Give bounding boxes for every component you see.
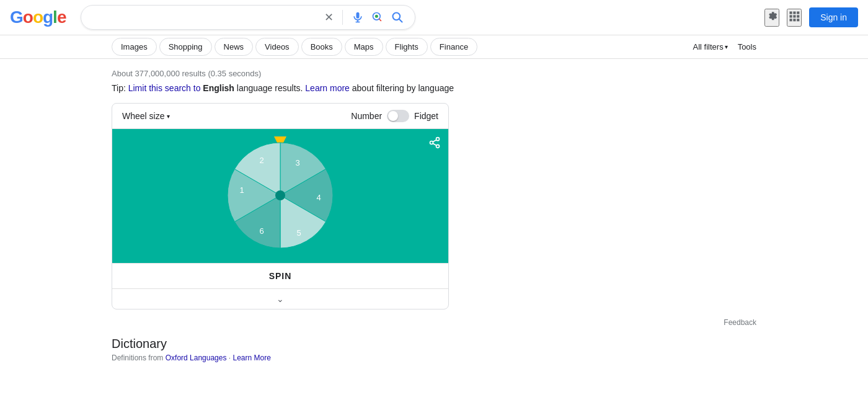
- svg-rect-15: [797, 19, 799, 21]
- search-divider: [342, 10, 343, 25]
- tip-suffix: about filtering by language: [352, 83, 454, 93]
- wheel-size-label: Wheel size: [122, 111, 164, 121]
- tip-learn-more-link[interactable]: Learn more: [305, 83, 350, 93]
- svg-point-17: [430, 141, 433, 145]
- svg-point-16: [436, 138, 440, 141]
- filter-tools: All filters ▾ Tools: [693, 42, 756, 51]
- toggle-knob: [388, 111, 398, 121]
- voice-search-button[interactable]: [350, 10, 365, 25]
- svg-line-19: [433, 143, 436, 145]
- nav-finance[interactable]: Finance: [430, 38, 477, 56]
- svg-rect-12: [797, 15, 799, 17]
- fidget-label: Fidget: [414, 111, 438, 121]
- tip-row: Tip: Limit this search to English langua…: [112, 83, 756, 93]
- main-content: About 377,000,000 results (0.35 seconds)…: [0, 59, 868, 367]
- nav-videos[interactable]: Videos: [255, 38, 299, 56]
- nav-books[interactable]: Books: [301, 38, 342, 56]
- svg-rect-0: [356, 12, 360, 19]
- nav-bar: Images Shopping News Videos Books Maps F…: [0, 35, 868, 59]
- svg-rect-9: [797, 11, 799, 14]
- segment-label-1: 1: [239, 185, 244, 195]
- google-logo: Google: [10, 7, 66, 27]
- spinner-canvas-area[interactable]: 3 4 5 6 1 2: [112, 129, 448, 263]
- segment-label-4: 4: [316, 193, 321, 202]
- search-icon: [391, 11, 404, 24]
- expand-chevron-icon: ⌄: [277, 294, 284, 304]
- lens-search-button[interactable]: [370, 10, 385, 25]
- svg-point-18: [436, 145, 440, 148]
- oxford-languages-link[interactable]: Oxford Languages: [166, 354, 227, 362]
- share-icon[interactable]: [428, 136, 441, 152]
- spinner-svg-container[interactable]: 3 4 5 6 1 2: [224, 140, 336, 253]
- feedback-row[interactable]: Feedback: [112, 317, 756, 332]
- sign-in-button[interactable]: Sign in: [809, 7, 858, 27]
- search-bar: Spinner ✕: [81, 5, 415, 30]
- svg-line-6: [399, 19, 402, 22]
- tip-limit-link[interactable]: Limit this search to: [128, 83, 201, 93]
- svg-rect-11: [794, 15, 796, 17]
- wheel-size-button[interactable]: Wheel size ▾: [122, 111, 170, 121]
- apps-button[interactable]: [787, 9, 802, 27]
- result-stats: About 377,000,000 results (0.35 seconds): [112, 69, 756, 78]
- wheel-size-chevron-icon: ▾: [167, 113, 170, 120]
- number-label: Number: [351, 111, 382, 121]
- tip-prefix: Tip:: [112, 83, 126, 93]
- tip-language: English: [203, 83, 234, 93]
- tip-spacer3: language results.: [237, 83, 306, 93]
- svg-rect-10: [790, 15, 792, 17]
- gear-icon: [766, 10, 778, 22]
- chevron-down-icon: ▾: [725, 43, 728, 50]
- header-right: Sign in: [764, 7, 858, 27]
- spinner-controls: Wheel size ▾ Number Fidget: [112, 104, 448, 129]
- svg-rect-13: [790, 19, 792, 21]
- search-submit-button[interactable]: [390, 10, 405, 25]
- segment-label-3: 3: [295, 158, 299, 167]
- spinner-center: [275, 190, 285, 200]
- spinner-type-group: Number Fidget: [351, 110, 438, 122]
- segment-label-6: 6: [259, 226, 264, 236]
- spin-button-row[interactable]: SPIN: [112, 263, 448, 288]
- spin-button[interactable]: SPIN: [269, 271, 292, 281]
- dict-source-text: Definitions from: [112, 354, 163, 362]
- search-input[interactable]: Spinner: [91, 12, 318, 23]
- svg-rect-14: [794, 19, 796, 21]
- settings-button[interactable]: [764, 9, 779, 27]
- svg-rect-7: [790, 11, 792, 14]
- expand-row[interactable]: ⌄: [112, 288, 448, 309]
- svg-rect-8: [794, 11, 796, 14]
- lens-icon: [371, 11, 384, 24]
- mic-icon: [352, 11, 364, 24]
- svg-line-20: [433, 140, 436, 141]
- feedback-label[interactable]: Feedback: [724, 318, 756, 327]
- header: Google Spinner ✕: [0, 0, 868, 35]
- dictionary-section: Dictionary Definitions from Oxford Langu…: [112, 337, 756, 362]
- spinner-widget: Wheel size ▾ Number Fidget: [112, 103, 449, 309]
- dictionary-title: Dictionary: [112, 337, 756, 351]
- nav-flights[interactable]: Flights: [386, 38, 428, 56]
- all-filters-button[interactable]: All filters ▾: [693, 42, 728, 51]
- spinner-type-toggle[interactable]: [387, 110, 409, 122]
- svg-point-4: [375, 15, 378, 18]
- segment-label-5: 5: [296, 228, 301, 238]
- grid-icon: [788, 10, 800, 22]
- segment-label-2: 2: [259, 156, 264, 165]
- tools-button[interactable]: Tools: [738, 42, 756, 51]
- spinner-wheel[interactable]: 3 4 5 6 1 2: [224, 140, 336, 251]
- nav-maps[interactable]: Maps: [345, 38, 383, 56]
- nav-shopping[interactable]: Shopping: [159, 38, 212, 56]
- clear-button[interactable]: ✕: [323, 9, 335, 25]
- learn-more-link[interactable]: Learn More: [232, 354, 270, 362]
- dictionary-source: Definitions from Oxford Languages · Lear…: [112, 354, 756, 362]
- nav-images[interactable]: Images: [112, 38, 157, 56]
- nav-news[interactable]: News: [215, 38, 254, 56]
